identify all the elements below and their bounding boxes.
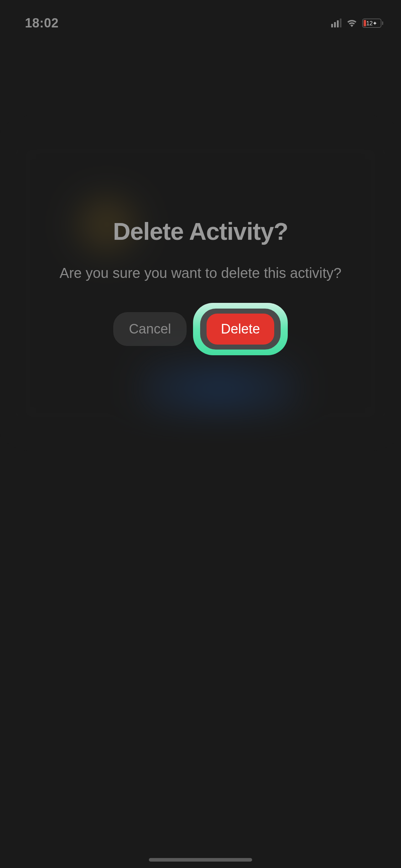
background-blur (0, 0, 401, 868)
button-highlight: Delete (193, 303, 288, 355)
dialog-title: Delete Activity? (113, 217, 288, 245)
status-time: 18:02 (25, 16, 59, 31)
dialog-buttons: Cancel Delete (113, 303, 288, 355)
wifi-icon (346, 18, 358, 29)
status-icons: 12✦ (331, 18, 383, 29)
delete-confirmation-dialog: Delete Activity? Are you sure you want t… (0, 217, 401, 355)
dialog-message: Are you sure you want to delete this act… (24, 262, 377, 284)
background-blob (139, 356, 299, 420)
cancel-button[interactable]: Cancel (113, 312, 187, 346)
home-indicator[interactable] (149, 858, 252, 862)
battery-percent: 12 (366, 20, 373, 26)
delete-button[interactable]: Delete (207, 314, 274, 345)
button-highlight-inner: Delete (200, 309, 281, 350)
cellular-signal-icon (331, 19, 342, 27)
battery-icon: 12✦ (362, 19, 383, 28)
status-bar: 18:02 12✦ (0, 0, 401, 36)
charging-icon: ✦ (373, 20, 377, 26)
